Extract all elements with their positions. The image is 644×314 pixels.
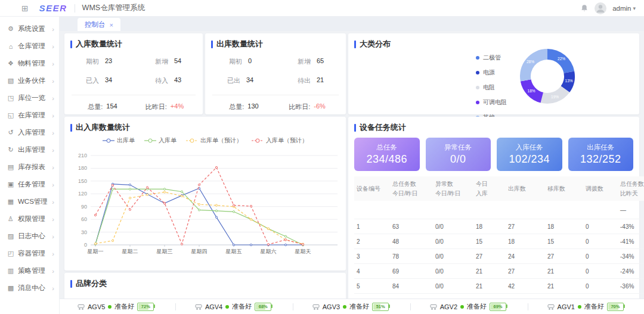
sidebar-item-in-stock[interactable]: ◱在库管理› — [0, 107, 59, 124]
legend-marker — [252, 138, 264, 143]
permissions-icon: ♙ — [7, 215, 15, 223]
sidebar-item-locations[interactable]: ◳库位一览› — [0, 89, 59, 107]
battery-percent: 69% — [494, 304, 503, 309]
battery-icon: 70% — [607, 303, 624, 311]
chevron-right-icon: › — [52, 198, 54, 206]
legend-item[interactable]: 出库单 — [103, 136, 135, 145]
legend-item[interactable]: 出库单（预计） — [186, 136, 242, 145]
app-title: WMS仓库管理系统 — [82, 3, 145, 13]
tab-console[interactable]: 控制台 × — [78, 18, 120, 31]
stat-pair: 已入34 — [86, 76, 112, 85]
legend-item[interactable]: 电阻 — [476, 83, 507, 92]
avatar[interactable] — [595, 2, 606, 14]
sidebar-item-warehouse[interactable]: ⌂仓库管理› — [0, 38, 59, 55]
stat-pair: 待出21 — [298, 76, 324, 85]
user-menu[interactable]: admin ▾ — [612, 5, 636, 12]
chevron-right-icon: › — [52, 181, 54, 188]
wms-dashboard: { "topbar": {"logo_text": "SEER", "app_t… — [0, 0, 644, 314]
card-title: 设备任务统计 — [348, 117, 639, 136]
legend-item[interactable]: 二极管 — [476, 54, 507, 62]
sidebar-item-permissions[interactable]: ♙权限管理› — [0, 210, 59, 228]
chevron-right-icon: › — [52, 268, 54, 275]
sidebar-item-tasks[interactable]: ▣任务管理› — [0, 176, 59, 193]
pie-legend: 二极管电源电阻可调电阻其他 — [476, 54, 507, 122]
sidebar-item-messages[interactable]: ▩消息中心› — [0, 279, 59, 297]
sidebar-item-gear[interactable]: ⚙系统设置› — [0, 20, 59, 38]
materials-icon: ❖ — [7, 60, 15, 67]
legend-dot — [476, 86, 479, 89]
table-cell — [506, 201, 545, 219]
sidebar-item-logs[interactable]: ▨日志中心› — [0, 228, 59, 245]
strategy-icon: ▥ — [7, 267, 15, 275]
divider — [75, 4, 75, 13]
bell-icon[interactable] — [580, 4, 589, 13]
agv-status-label: 准备好 — [467, 302, 487, 311]
legend-item[interactable]: 可调电阻 — [476, 98, 507, 107]
task-tile: 异常任务0/0 — [426, 138, 491, 171]
table-cell: 27 — [473, 249, 506, 264]
category-distribution-card: 大类分布 二极管电源电阻可调电阻其他 22%13%19%18%28% — [348, 33, 639, 114]
sidebar-item-materials[interactable]: ❖物料管理› — [0, 55, 59, 72]
column-header: 移库数 — [545, 176, 583, 201]
svg-text:19%: 19% — [551, 95, 559, 99]
stat-pair: 期初23 — [86, 57, 112, 66]
sidebar-item-report[interactable]: ▤库存报表› — [0, 158, 59, 176]
delta-stat: 比昨日:+4% — [134, 102, 196, 111]
sidebar-item-inbound[interactable]: ↺入库管理› — [0, 124, 59, 141]
agv-status-agv3[interactable]: AGV3准备好51% — [312, 302, 391, 311]
table-cell: 18 — [506, 234, 545, 249]
table-cell: 0 — [583, 234, 618, 249]
divider — [410, 303, 411, 310]
sidebar-item-label: 任务管理 — [18, 180, 45, 189]
apps-grid-icon[interactable]: ⊞ — [21, 4, 29, 13]
agv-status-agv5[interactable]: AGV5准备好72% — [78, 302, 156, 311]
divider — [293, 303, 293, 310]
table-cell: -43% — [618, 219, 644, 234]
chevron-right-icon: › — [52, 164, 54, 171]
sidebar-item-outbound[interactable]: ↻出库管理› — [0, 141, 59, 158]
legend-item[interactable]: 入库单 — [144, 136, 177, 145]
svg-text:60: 60 — [81, 216, 87, 222]
table-cell: 84 — [390, 279, 433, 294]
table-cell: 1 — [354, 219, 390, 234]
close-icon[interactable]: × — [110, 21, 113, 29]
messages-icon: ▩ — [7, 284, 15, 292]
svg-text:星期三: 星期三 — [156, 248, 173, 254]
battery-percent: 51% — [376, 304, 385, 309]
legend-item[interactable]: 电源 — [476, 69, 507, 77]
svg-text:星期六: 星期六 — [260, 248, 277, 254]
inbound-icon: ↺ — [7, 129, 15, 136]
agv-status-label: 准备好 — [114, 302, 134, 311]
agv-robot-icon — [547, 303, 555, 310]
ready-dot — [343, 305, 346, 309]
table-cell: 0/0 — [433, 279, 473, 294]
agv-robot-icon — [430, 303, 437, 310]
divider — [175, 303, 176, 310]
title-accent — [211, 41, 213, 48]
agv-status-agv2[interactable]: AGV2准备好69% — [430, 302, 509, 311]
legend-marker — [186, 138, 198, 143]
table-cell: 18 — [545, 219, 583, 234]
task-tile: 入库任务102/234 — [497, 138, 562, 171]
table-cell: 48 — [390, 234, 433, 249]
locations-icon: ◳ — [7, 94, 15, 102]
table-cell: 21 — [473, 264, 506, 279]
sidebar-item-containers[interactable]: ◰容器管理› — [0, 245, 59, 262]
tile-value: 102/234 — [509, 153, 550, 166]
agv-name: AGV3 — [323, 303, 340, 310]
table-cell — [473, 201, 506, 219]
io-statistics-card: 出入库数量统计 出库单入库单出库单（预计）入库单（预计） 21018015012… — [64, 117, 346, 271]
table-cell — [390, 201, 433, 219]
agv-status-agv1[interactable]: AGV1准备好70% — [547, 302, 626, 311]
svg-text:18%: 18% — [528, 89, 535, 93]
agv-status-agv4[interactable]: AGV4准备好68% — [195, 302, 274, 311]
title-accent — [354, 124, 356, 132]
legend-dot — [476, 101, 479, 104]
stat-pair: 待入43 — [155, 76, 181, 85]
sidebar-item-strategy[interactable]: ▥策略管理› — [0, 262, 59, 279]
sidebar-item-label: 入库管理 — [18, 128, 45, 137]
legend-item[interactable]: 入库单（预计） — [252, 136, 308, 145]
sidebar-item-partners[interactable]: ▧业务伙伴› — [0, 72, 59, 89]
column-header: 设备编号 — [354, 176, 390, 201]
sidebar-item-wcs[interactable]: ▦WCS管理› — [0, 193, 59, 210]
